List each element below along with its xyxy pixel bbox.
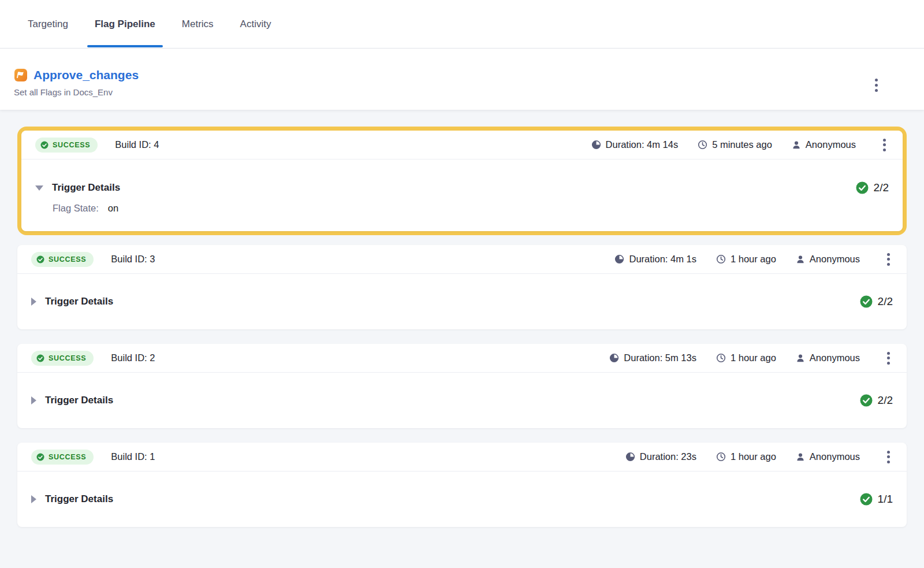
kebab-vertical-icon bbox=[887, 352, 890, 355]
status-badge: SUCCESS bbox=[31, 252, 94, 267]
clock-icon bbox=[716, 452, 726, 462]
tab-flag-pipeline[interactable]: Flag Pipeline bbox=[95, 0, 155, 48]
build-time-ago: 1 hour ago bbox=[716, 451, 776, 462]
trigger-details-toggle[interactable]: Trigger Details 1/1 bbox=[31, 493, 893, 506]
build-card-body: Trigger Details 2/2 bbox=[17, 274, 907, 329]
build-card: SUCCESS Build ID: 4 Duration: 4m 14s bbox=[17, 127, 907, 235]
trigger-details-label: Trigger Details bbox=[45, 296, 113, 307]
build-card-body: Trigger Details 1/1 bbox=[17, 472, 907, 527]
build-card-body: Trigger Details 2/2 Flag State: on bbox=[21, 159, 903, 231]
tab-targeting[interactable]: Targeting bbox=[28, 0, 68, 48]
check-circle-icon bbox=[40, 141, 49, 149]
checks-count: 2/2 bbox=[874, 181, 889, 194]
build-card-header: SUCCESS Build ID: 1 Duration: 23s bbox=[17, 443, 907, 472]
build-card: SUCCESS Build ID: 1 Duration: 23s bbox=[17, 443, 907, 527]
build-duration: Duration: 23s bbox=[625, 451, 696, 462]
checks-status: 1/1 bbox=[860, 493, 893, 506]
build-menu-button[interactable] bbox=[883, 349, 894, 367]
trigger-details-toggle[interactable]: Trigger Details 2/2 bbox=[35, 181, 889, 194]
build-card-header: SUCCESS Build ID: 3 Duration: 4m 1s bbox=[17, 245, 907, 274]
build-card-header: SUCCESS Build ID: 4 Duration: 4m 14s bbox=[21, 131, 903, 159]
header-menu-button[interactable] bbox=[871, 76, 881, 94]
build-time-ago: 5 minutes ago bbox=[698, 139, 772, 150]
trigger-details-label: Trigger Details bbox=[52, 182, 120, 194]
status-label: SUCCESS bbox=[49, 453, 86, 461]
build-user: Anonymous bbox=[796, 451, 860, 462]
build-id: Build ID: 1 bbox=[111, 451, 155, 462]
pipeline-subtitle: Set all Flags in Docs_Env bbox=[14, 87, 910, 97]
checks-status: 2/2 bbox=[860, 295, 893, 308]
checks-count: 2/2 bbox=[878, 295, 893, 308]
person-icon bbox=[796, 452, 805, 462]
build-card-header: SUCCESS Build ID: 2 Duration: 5m 13s bbox=[17, 344, 907, 373]
build-user: Anonymous bbox=[792, 139, 856, 150]
check-circle-icon bbox=[860, 493, 873, 506]
build-user: Anonymous bbox=[796, 352, 860, 363]
build-menu-button[interactable] bbox=[883, 448, 894, 466]
build-time-ago: 1 hour ago bbox=[716, 352, 776, 363]
flag-state-value: on bbox=[108, 203, 118, 214]
build-id: Build ID: 3 bbox=[111, 254, 155, 265]
build-id: Build ID: 4 bbox=[115, 139, 159, 150]
flag-icon bbox=[14, 68, 28, 82]
trigger-details-toggle[interactable]: Trigger Details 2/2 bbox=[31, 295, 893, 308]
check-circle-icon bbox=[860, 394, 873, 407]
trigger-details-label: Trigger Details bbox=[45, 493, 113, 505]
checks-status: 2/2 bbox=[856, 181, 889, 194]
triangle-right-icon bbox=[31, 298, 36, 306]
status-label: SUCCESS bbox=[49, 255, 86, 263]
status-label: SUCCESS bbox=[53, 141, 90, 149]
kebab-vertical-icon bbox=[875, 79, 878, 81]
build-time-ago: 1 hour ago bbox=[716, 254, 776, 265]
pie-timer-icon bbox=[614, 254, 624, 264]
checks-count: 1/1 bbox=[878, 493, 893, 506]
build-id: Build ID: 2 bbox=[111, 352, 155, 363]
kebab-vertical-icon bbox=[887, 253, 890, 256]
build-duration: Duration: 5m 13s bbox=[609, 352, 696, 363]
status-badge: SUCCESS bbox=[31, 450, 94, 465]
tab-metrics[interactable]: Metrics bbox=[182, 0, 214, 48]
triangle-right-icon bbox=[31, 396, 36, 404]
build-duration: Duration: 4m 1s bbox=[614, 254, 696, 265]
clock-icon bbox=[716, 254, 726, 264]
trigger-details-toggle[interactable]: Trigger Details 2/2 bbox=[31, 394, 893, 407]
build-card: SUCCESS Build ID: 3 Duration: 4m 1s bbox=[17, 245, 907, 329]
check-circle-icon bbox=[36, 255, 44, 263]
pie-timer-icon bbox=[609, 353, 619, 363]
tab-bar: Targeting Flag Pipeline Metrics Activity bbox=[0, 0, 924, 49]
checks-status: 2/2 bbox=[860, 394, 893, 407]
build-card: SUCCESS Build ID: 2 Duration: 5m 13s bbox=[17, 344, 907, 428]
triangle-down-icon bbox=[35, 185, 43, 191]
flag-state-label: Flag State: bbox=[53, 203, 99, 214]
check-circle-icon bbox=[860, 295, 873, 308]
clock-icon bbox=[698, 140, 707, 150]
triangle-right-icon bbox=[31, 495, 36, 503]
person-icon bbox=[792, 140, 801, 150]
kebab-vertical-icon bbox=[887, 451, 890, 454]
pie-timer-icon bbox=[625, 452, 635, 462]
tab-activity[interactable]: Activity bbox=[240, 0, 271, 48]
status-label: SUCCESS bbox=[49, 354, 86, 362]
kebab-vertical-icon bbox=[883, 139, 886, 142]
build-duration: Duration: 4m 14s bbox=[591, 139, 679, 150]
flag-state-row: Flag State: on bbox=[53, 203, 889, 214]
person-icon bbox=[796, 354, 805, 363]
pie-timer-icon bbox=[591, 140, 601, 150]
build-user: Anonymous bbox=[796, 254, 860, 265]
status-badge: SUCCESS bbox=[31, 351, 94, 366]
clock-icon bbox=[716, 353, 726, 363]
build-menu-button[interactable] bbox=[883, 250, 894, 269]
check-circle-icon bbox=[36, 354, 44, 362]
trigger-details-label: Trigger Details bbox=[45, 395, 113, 406]
check-circle-icon bbox=[36, 453, 44, 461]
person-icon bbox=[796, 255, 805, 264]
checks-count: 2/2 bbox=[878, 394, 893, 407]
pipeline-title[interactable]: Approve_changes bbox=[33, 68, 139, 82]
build-list: SUCCESS Build ID: 4 Duration: 4m 14s bbox=[0, 110, 924, 527]
build-menu-button[interactable] bbox=[879, 136, 890, 154]
pipeline-header: Approve_changes Set all Flags in Docs_En… bbox=[0, 49, 924, 110]
build-card-body: Trigger Details 2/2 bbox=[17, 373, 907, 428]
status-badge: SUCCESS bbox=[35, 138, 98, 153]
check-circle-icon bbox=[856, 181, 869, 194]
